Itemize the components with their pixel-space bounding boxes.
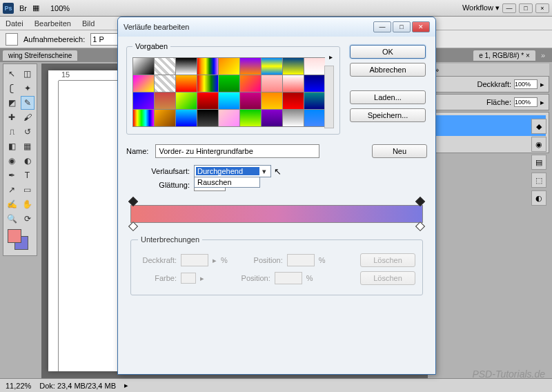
paths-icon[interactable]: ▤ [531, 155, 546, 170]
dialog-maximize-button[interactable]: □ [393, 21, 411, 32]
blur-tool[interactable]: ◉ [5, 154, 19, 168]
hand-tool[interactable]: ✋ [21, 197, 34, 211]
stamp-tool[interactable]: ⎍ [5, 125, 19, 139]
load-button[interactable]: Laden... [350, 90, 426, 104]
gradient-type-option-noise[interactable]: Rauschen [195, 177, 259, 187]
gradient-preset-2[interactable] [176, 58, 197, 75]
panel-tab-bar[interactable]: » [432, 63, 549, 76]
zoom-level[interactable]: 100% [50, 4, 70, 12]
gradient-preset-12[interactable] [197, 75, 218, 92]
gradient-preview-bar[interactable] [130, 205, 423, 223]
menu-file[interactable]: Datei [6, 19, 23, 28]
fill-input[interactable] [514, 97, 538, 107]
eyedropper-preview-swatch[interactable] [6, 33, 18, 46]
gradient-preset-16[interactable] [283, 75, 304, 92]
status-zoom[interactable]: 11,22% [6, 382, 31, 390]
app-close-button[interactable]: × [535, 3, 549, 13]
type-tool[interactable]: T [21, 168, 34, 182]
gradient-preset-9[interactable] [133, 75, 154, 92]
gradient-preset-7[interactable] [283, 58, 304, 75]
gradient-preset-14[interactable] [240, 75, 261, 92]
history-brush-tool[interactable]: ↺ [21, 125, 34, 139]
gradient-preset-23[interactable] [240, 92, 261, 109]
gradient-preset-31[interactable] [219, 110, 239, 126]
gradient-preset-13[interactable] [219, 75, 239, 92]
gradient-preset-6[interactable] [262, 58, 282, 75]
dialog-close-button[interactable]: ✕ [412, 21, 430, 32]
opacity-stop-right[interactable] [415, 197, 425, 206]
gradient-preset-4[interactable] [219, 58, 239, 75]
dialog-minimize-button[interactable]: — [373, 21, 391, 32]
status-doc[interactable]: Dok: 23,4 MB/23,4 MB [39, 382, 116, 390]
shape-tool[interactable]: ▭ [21, 183, 34, 197]
actions-icon[interactable]: ◐ [531, 190, 546, 206]
rotate-tool[interactable]: ⟳ [21, 212, 34, 226]
zoom-tool[interactable]: 🔍 [5, 212, 19, 226]
document-tab-2[interactable]: e 1, RGB/8#) * × [473, 50, 535, 61]
wand-tool[interactable]: ✦ [21, 81, 34, 95]
gradient-preset-27[interactable] [133, 110, 154, 126]
menu-image[interactable]: Bild [82, 19, 95, 28]
path-tool[interactable]: ↗ [5, 183, 19, 197]
eyedropper-tool[interactable]: ✎ [21, 96, 34, 110]
gradient-preset-25[interactable] [283, 92, 304, 109]
restore-button[interactable]: □ [519, 3, 533, 13]
history-icon[interactable]: ⬚ [531, 173, 546, 188]
eraser-tool[interactable]: ◧ [5, 139, 19, 153]
gradient-preset-30[interactable] [197, 110, 218, 126]
heal-tool[interactable]: ✚ [5, 110, 19, 124]
color-stop-right[interactable] [415, 222, 425, 231]
layer-thumbnail[interactable] [435, 115, 546, 136]
gradient-bar-editor[interactable] [130, 205, 423, 223]
document-tab-1[interactable]: wing Streifenscheine [3, 50, 77, 61]
gradient-preset-21[interactable] [197, 92, 218, 109]
opacity-stop-left[interactable] [128, 197, 138, 206]
workflow-menu[interactable]: Workflow ▾ [462, 3, 500, 12]
gradient-preset-15[interactable] [262, 75, 282, 92]
channels-icon[interactable]: ◉ [531, 137, 546, 152]
opacity-input[interactable] [514, 79, 538, 89]
gradient-preset-22[interactable] [219, 92, 239, 109]
cancel-button[interactable]: Abbrechen [350, 63, 426, 77]
save-button[interactable]: Speichern... [350, 108, 426, 122]
ok-button[interactable]: OK [350, 45, 426, 59]
dodge-tool[interactable]: ◐ [21, 154, 34, 168]
tab-overflow-icon[interactable]: » [537, 51, 549, 59]
foreground-color-swatch[interactable] [8, 229, 21, 243]
brush-tool[interactable]: 🖌 [21, 110, 34, 124]
gradient-preset-35[interactable] [304, 110, 325, 126]
gradient-tool[interactable]: ▦ [21, 139, 34, 153]
gradient-preset-1[interactable] [155, 58, 175, 75]
gradient-preset-26[interactable] [304, 92, 325, 109]
presets-scrollbar[interactable] [324, 66, 334, 128]
gradient-preset-0[interactable] [133, 58, 154, 75]
move-tool[interactable]: ↖ [5, 67, 19, 81]
color-stop-left[interactable] [128, 222, 138, 231]
sample-size-input[interactable] [90, 33, 118, 46]
minimize-button[interactable]: — [502, 3, 516, 13]
notes-tool[interactable]: ✍ [5, 197, 19, 211]
gradient-preset-28[interactable] [155, 110, 175, 126]
gradient-preset-10[interactable] [155, 75, 175, 92]
gradient-preset-17[interactable] [304, 75, 325, 92]
gradient-name-input[interactable] [155, 144, 319, 158]
pen-tool[interactable]: ✒ [5, 168, 19, 182]
gradient-preset-33[interactable] [262, 110, 282, 126]
crop-tool[interactable]: ◩ [5, 96, 19, 110]
gradient-preset-8[interactable] [304, 58, 325, 75]
gradient-preset-19[interactable] [155, 92, 175, 109]
gradient-type-combo[interactable]: Durchgehend ▾ Rauschen [194, 165, 271, 177]
layers-icon[interactable]: ◆ [531, 119, 546, 134]
dialog-title-bar[interactable]: Verläufe bearbeiten — □ ✕ [118, 17, 435, 37]
gradient-preset-34[interactable] [283, 110, 304, 126]
gradient-preset-24[interactable] [262, 92, 282, 109]
gradient-preset-5[interactable] [240, 58, 261, 75]
gradient-preset-3[interactable] [197, 58, 218, 75]
gradient-preset-32[interactable] [240, 110, 261, 126]
menu-edit[interactable]: Bearbeiten [34, 19, 71, 28]
br-icon[interactable]: Br [19, 4, 27, 12]
presets-menu-icon[interactable]: ▸ [329, 53, 333, 61]
gradient-preset-20[interactable] [176, 92, 197, 109]
marquee-tool[interactable]: ◫ [21, 67, 34, 81]
gradient-preset-29[interactable] [176, 110, 197, 126]
